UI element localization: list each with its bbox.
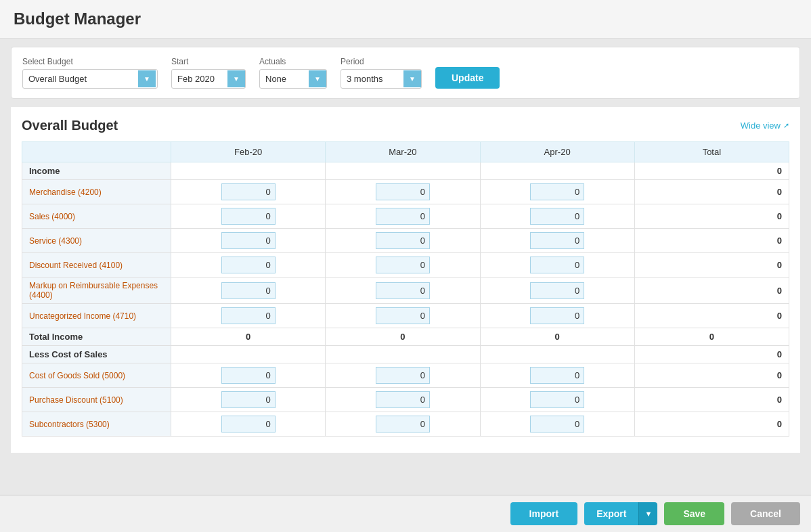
input-cell-service-mar[interactable] [326,229,480,253]
input-cogs-feb[interactable] [221,367,276,384]
col-header-feb20: Feb-20 [171,142,326,162]
input-cell-cogs-mar[interactable] [326,363,480,388]
input-markup-mar[interactable] [376,282,430,299]
input-pd-apr[interactable] [530,391,584,408]
input-cell-markup-apr[interactable] [480,278,634,304]
select-budget-group: Select Budget Overall Budget ▼ [22,57,158,89]
select-budget-arrow[interactable]: ▼ [138,70,156,87]
actuals-select-wrapper[interactable]: None ▼ [259,69,327,89]
input-uncat-mar[interactable] [376,307,430,324]
input-cell-sub-feb[interactable] [171,412,326,437]
page-header: Budget Manager [0,0,811,39]
label-markup: Markup on Reimbursable Expenses (4400) [22,278,171,304]
input-service-mar[interactable] [376,232,430,249]
row-subcontractors: Subcontractors (5300) 0 [22,412,789,437]
input-cell-uncat-apr[interactable] [480,304,634,328]
actuals-select[interactable]: None [260,70,309,88]
input-cell-sub-apr[interactable] [480,412,634,437]
input-service-apr[interactable] [530,232,584,249]
input-sales-apr[interactable] [530,208,584,225]
input-discount-apr[interactable] [530,257,584,273]
input-cell-uncat-feb[interactable] [171,304,326,328]
input-cogs-mar[interactable] [376,367,430,384]
input-cell-discount-feb[interactable] [171,253,326,278]
total-income-feb: 0 [171,328,326,346]
start-arrow[interactable]: ▼ [227,70,245,87]
input-cell-sales-apr[interactable] [480,204,634,229]
wide-view-label: Wide view [741,120,781,131]
input-merchandise-mar[interactable] [376,183,430,200]
input-markup-apr[interactable] [530,282,584,299]
select-budget-label: Select Budget [22,57,158,66]
input-pd-mar[interactable] [376,391,430,408]
input-discount-feb[interactable] [221,257,276,273]
input-cell-merchandise-apr[interactable] [480,180,634,204]
input-cell-cogs-apr[interactable] [480,363,634,388]
input-cell-discount-mar[interactable] [326,253,480,278]
total-service: 0 [634,229,789,253]
col-header-apr20: Apr-20 [480,142,634,162]
row-discount-received: Discount Received (4100) 0 [22,253,789,278]
start-select[interactable]: Feb 2020 [172,70,227,88]
input-service-feb[interactable] [221,232,276,249]
section-income-total: 0 [634,162,789,180]
wide-view-icon: ➚ [783,121,789,130]
col-header-total: Total [634,142,789,162]
input-cell-uncat-mar[interactable] [326,304,480,328]
input-cell-service-apr[interactable] [480,229,634,253]
actuals-arrow[interactable]: ▼ [309,70,326,87]
input-cell-cogs-feb[interactable] [171,363,326,388]
input-sub-feb[interactable] [221,416,276,433]
input-sub-apr[interactable] [530,416,584,433]
label-cogs: Cost of Goods Sold (5000) [22,363,171,388]
period-select[interactable]: 3 months 6 months 12 months [341,70,403,88]
input-cogs-apr[interactable] [530,367,584,384]
input-pd-feb[interactable] [221,391,276,408]
total-income-apr: 0 [480,328,634,346]
input-cell-merchandise-feb[interactable] [171,180,326,204]
row-total-income: Total Income 0 0 0 0 [22,328,789,346]
label-discount-received: Discount Received (4100) [22,253,171,278]
input-cell-service-feb[interactable] [171,229,326,253]
input-sales-feb[interactable] [221,208,276,225]
input-cell-pd-feb[interactable] [171,388,326,412]
input-uncat-feb[interactable] [221,307,276,324]
input-merchandise-feb[interactable] [221,183,276,200]
input-cell-merchandise-mar[interactable] [326,180,480,204]
total-cogs: 0 [634,363,789,388]
input-cell-pd-mar[interactable] [326,388,480,412]
input-cell-markup-mar[interactable] [326,278,480,304]
period-arrow[interactable]: ▼ [403,70,421,87]
start-group: Start Feb 2020 ▼ [171,57,246,89]
input-discount-mar[interactable] [376,257,430,273]
actuals-group: Actuals None ▼ [259,57,327,89]
total-income-mar: 0 [326,328,480,346]
section-title: Overall Budget [22,118,118,133]
input-cell-discount-apr[interactable] [480,253,634,278]
wide-view-link[interactable]: Wide view ➚ [741,120,789,131]
col-header-mar20: Mar-20 [326,142,480,162]
label-merchandise: Merchandise (4200) [22,180,171,204]
input-merchandise-apr[interactable] [530,183,584,200]
label-purchase-discount: Purchase Discount (5100) [22,388,171,412]
input-sales-mar[interactable] [376,208,430,225]
input-cell-sales-mar[interactable] [326,204,480,229]
row-uncategorized-income: Uncategorized Income (4710) 0 [22,304,789,328]
input-cell-pd-apr[interactable] [480,388,634,412]
section-cos-total: 0 [634,346,789,363]
input-cell-sales-feb[interactable] [171,204,326,229]
update-button[interactable]: Update [435,67,500,89]
period-group: Period 3 months 6 months 12 months ▼ [341,57,422,89]
period-select-wrapper[interactable]: 3 months 6 months 12 months ▼ [341,69,422,89]
section-cos-feb [171,346,326,363]
input-cell-markup-feb[interactable] [171,278,326,304]
input-sub-mar[interactable] [376,416,430,433]
input-cell-sub-mar[interactable] [326,412,480,437]
select-budget-select[interactable]: Overall Budget [23,70,138,88]
select-budget-select-wrapper[interactable]: Overall Budget ▼ [22,69,158,89]
input-uncat-apr[interactable] [530,307,584,324]
start-select-wrapper[interactable]: Feb 2020 ▼ [171,69,246,89]
total-sales: 0 [634,204,789,229]
col-header-label [22,142,171,162]
input-markup-feb[interactable] [221,282,276,299]
